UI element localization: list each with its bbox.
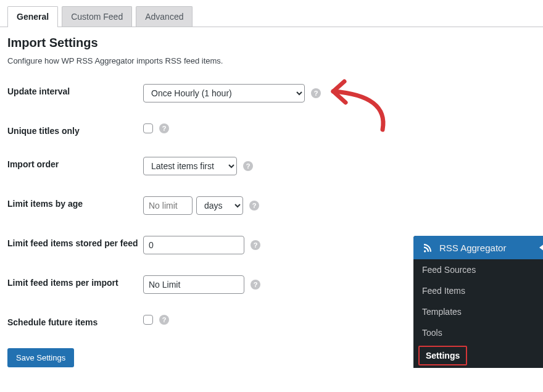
row-update-interval: Update interval Once Hourly (1 hour) ? (7, 84, 536, 102)
import-order-select[interactable]: Latest items first (143, 157, 237, 175)
help-icon[interactable]: ? (311, 88, 321, 98)
tab-custom-feed[interactable]: Custom Feed (62, 6, 132, 27)
label-limit-by-age: Limit items by age (7, 196, 143, 209)
row-unique-titles: Unique titles only ? (7, 123, 536, 136)
caret-right-icon (539, 244, 543, 251)
sidebar-item-feed-sources[interactable]: Feed Sources (413, 259, 543, 280)
row-limit-by-age: Limit items by age days ? (7, 196, 536, 215)
label-update-interval: Update interval (7, 84, 143, 96)
sidebar-title: RSS Aggregator (439, 243, 506, 253)
help-icon[interactable]: ? (251, 240, 260, 250)
help-icon[interactable]: ? (159, 315, 169, 325)
limit-age-input[interactable] (143, 196, 193, 215)
section-title: Import Settings (7, 36, 536, 50)
update-interval-select[interactable]: Once Hourly (1 hour) (143, 84, 305, 102)
section-description: Configure how WP RSS Aggregator imports … (7, 56, 536, 65)
rss-icon (422, 242, 433, 253)
limit-age-unit-select[interactable]: days (196, 196, 243, 215)
sidebar-item-templates[interactable]: Templates (413, 301, 543, 322)
help-icon[interactable]: ? (243, 161, 253, 171)
row-import-order: Import order Latest items first ? (7, 157, 536, 175)
admin-sidebar-panel: RSS Aggregator Feed Sources Feed Items T… (413, 236, 543, 368)
label-unique-titles: Unique titles only (7, 123, 143, 136)
save-button[interactable]: Save Settings (7, 348, 74, 367)
unique-titles-checkbox[interactable] (143, 123, 153, 133)
limit-stored-input[interactable] (143, 236, 244, 254)
sidebar-item-feed-items[interactable]: Feed Items (413, 280, 543, 301)
schedule-future-checkbox[interactable] (143, 315, 153, 325)
help-icon[interactable]: ? (249, 201, 259, 211)
label-import-order: Import order (7, 157, 143, 169)
tab-general[interactable]: General (7, 6, 58, 27)
sidebar-header[interactable]: RSS Aggregator (413, 236, 543, 259)
label-limit-per-import: Limit feed items per import (7, 275, 143, 288)
limit-per-import-input[interactable] (143, 275, 244, 294)
sidebar-item-tools[interactable]: Tools (413, 322, 543, 343)
label-limit-stored: Limit feed items stored per feed (7, 236, 143, 248)
tab-advanced[interactable]: Advanced (136, 6, 193, 27)
help-icon[interactable]: ? (159, 123, 169, 133)
settings-tabs: General Custom Feed Advanced (0, 0, 543, 27)
help-icon[interactable]: ? (251, 280, 260, 290)
sidebar-item-settings[interactable]: Settings (418, 346, 467, 365)
label-schedule-future: Schedule future items (7, 315, 143, 327)
